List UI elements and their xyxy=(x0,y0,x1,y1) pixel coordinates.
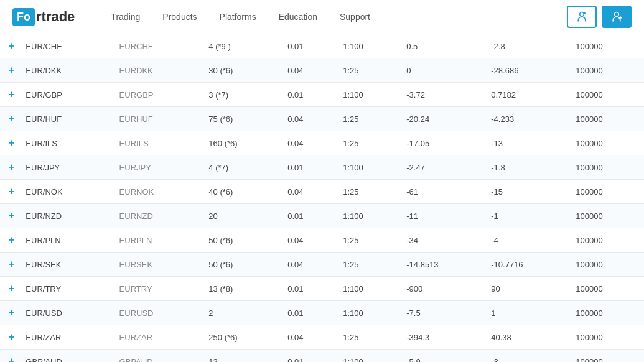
expand-button[interactable]: + xyxy=(0,107,18,131)
short-swap-cell: -10.7716 xyxy=(483,253,568,277)
expand-button[interactable]: + xyxy=(0,180,18,204)
symbol-cell: EUR/JPY xyxy=(18,155,111,180)
leverage-cell: 1:25 xyxy=(335,253,399,277)
spread-cell: 50 (*6) xyxy=(201,228,280,253)
long-swap-cell: -7.5 xyxy=(399,301,483,325)
short-swap-cell: -1 xyxy=(483,204,568,228)
spread-cell: 4 (*9 ) xyxy=(201,34,280,58)
spread-cell: 12 xyxy=(201,350,280,363)
long-swap-cell: -17.05 xyxy=(399,131,483,155)
spread-cell: 4 (*7) xyxy=(201,155,280,180)
table-row: + EUR/CHF EURCHF 4 (*9 ) 0.01 1:100 0.5 … xyxy=(0,34,644,58)
expand-button[interactable]: + xyxy=(0,83,18,107)
short-swap-cell: -28.686 xyxy=(483,58,568,83)
contract-size-cell: 100000 xyxy=(568,325,644,350)
contract-size-cell: 100000 xyxy=(568,180,644,204)
min-trade-cell: 0.01 xyxy=(280,155,335,180)
table-row: + EUR/TRY EURTRY 13 (*8) 0.01 1:100 -900… xyxy=(0,277,644,301)
short-swap-cell: -4 xyxy=(483,228,568,253)
expand-button[interactable]: + xyxy=(0,325,18,350)
nav-item-platforms[interactable]: Platforms xyxy=(208,0,268,34)
min-trade-cell: 0.04 xyxy=(280,107,335,131)
long-swap-cell: -34 xyxy=(399,228,483,253)
min-trade-cell: 0.04 xyxy=(280,228,335,253)
short-swap-cell: 40.38 xyxy=(483,325,568,350)
symbol-cell: GBP/AUD xyxy=(18,350,111,363)
nav-item-trading[interactable]: Trading xyxy=(100,0,151,34)
symbol-cell: EUR/ILS xyxy=(18,131,111,155)
table-row: + EUR/USD EURUSD 2 0.01 1:100 -7.5 1 100… xyxy=(0,301,644,325)
expand-button[interactable]: + xyxy=(0,155,18,180)
symbol-cell: EUR/TRY xyxy=(18,277,111,301)
expand-button[interactable]: + xyxy=(0,131,18,155)
code-cell: EURZAR xyxy=(112,325,202,350)
leverage-cell: 1:100 xyxy=(335,301,399,325)
symbol-cell: EUR/GBP xyxy=(18,83,111,107)
leverage-cell: 1:25 xyxy=(335,180,399,204)
leverage-cell: 1:25 xyxy=(335,107,399,131)
long-swap-cell: -5.9 xyxy=(399,350,483,363)
expand-button[interactable]: + xyxy=(0,58,18,83)
code-cell: EURILS xyxy=(112,131,202,155)
min-trade-cell: 0.01 xyxy=(280,350,335,363)
leverage-cell: 1:100 xyxy=(335,204,399,228)
instruments-table: + EUR/CHF EURCHF 4 (*9 ) 0.01 1:100 0.5 … xyxy=(0,34,644,362)
nav-item-education[interactable]: Education xyxy=(268,0,329,34)
spread-cell: 13 (*8) xyxy=(201,277,280,301)
contract-size-cell: 100000 xyxy=(568,34,644,58)
short-swap-cell: 90 xyxy=(483,277,568,301)
leverage-cell: 1:100 xyxy=(335,155,399,180)
login-button[interactable] xyxy=(567,6,597,28)
expand-button[interactable]: + xyxy=(0,350,18,363)
long-swap-cell: -14.8513 xyxy=(399,253,483,277)
code-cell: EURSEK xyxy=(112,253,202,277)
leverage-cell: 1:25 xyxy=(335,228,399,253)
long-swap-cell: -2.47 xyxy=(399,155,483,180)
spread-cell: 3 (*7) xyxy=(201,83,280,107)
code-cell: GBPAUD xyxy=(112,350,202,363)
header: Fo rtrade Trading Products Platforms Edu… xyxy=(0,0,644,34)
code-cell: EURGBP xyxy=(112,83,202,107)
code-cell: EURDKK xyxy=(112,58,202,83)
min-trade-cell: 0.01 xyxy=(280,83,335,107)
expand-button[interactable]: + xyxy=(0,204,18,228)
contract-size-cell: 100000 xyxy=(568,253,644,277)
expand-button[interactable]: + xyxy=(0,277,18,301)
expand-button[interactable]: + xyxy=(0,301,18,325)
nav-item-products[interactable]: Products xyxy=(151,0,208,34)
spread-cell: 2 xyxy=(201,301,280,325)
symbol-cell: EUR/CHF xyxy=(18,34,111,58)
contract-size-cell: 100000 xyxy=(568,131,644,155)
expand-button[interactable]: + xyxy=(0,34,18,58)
table-row: + EUR/PLN EURPLN 50 (*6) 0.04 1:25 -34 -… xyxy=(0,228,644,253)
contract-size-cell: 100000 xyxy=(568,277,644,301)
min-trade-cell: 0.01 xyxy=(280,277,335,301)
long-swap-cell: 0 xyxy=(399,58,483,83)
logo-box: Fo xyxy=(12,8,35,26)
min-trade-cell: 0.04 xyxy=(280,325,335,350)
code-cell: EURNZD xyxy=(112,204,202,228)
table-row: + EUR/NOK EURNOK 40 (*6) 0.04 1:25 -61 -… xyxy=(0,180,644,204)
nav-item-support[interactable]: Support xyxy=(329,0,381,34)
leverage-cell: 1:25 xyxy=(335,58,399,83)
spread-cell: 20 xyxy=(201,204,280,228)
symbol-cell: EUR/NOK xyxy=(18,180,111,204)
long-swap-cell: -394.3 xyxy=(399,325,483,350)
long-swap-cell: 0.5 xyxy=(399,34,483,58)
leverage-cell: 1:100 xyxy=(335,277,399,301)
short-swap-cell: -13 xyxy=(483,131,568,155)
long-swap-cell: -3.72 xyxy=(399,83,483,107)
long-swap-cell: -20.24 xyxy=(399,107,483,131)
table-row: + EUR/SEK EURSEK 50 (*6) 0.04 1:25 -14.8… xyxy=(0,253,644,277)
expand-button[interactable]: + xyxy=(0,253,18,277)
leverage-cell: 1:25 xyxy=(335,131,399,155)
expand-button[interactable]: + xyxy=(0,228,18,253)
min-trade-cell: 0.04 xyxy=(280,180,335,204)
leverage-cell: 1:100 xyxy=(335,34,399,58)
signup-button[interactable] xyxy=(602,6,632,28)
short-swap-cell: -4.233 xyxy=(483,107,568,131)
table-row: + EUR/DKK EURDKK 30 (*6) 0.04 1:25 0 -28… xyxy=(0,58,644,83)
spread-cell: 40 (*6) xyxy=(201,180,280,204)
header-buttons xyxy=(567,6,632,28)
logo: Fo rtrade xyxy=(12,8,75,26)
